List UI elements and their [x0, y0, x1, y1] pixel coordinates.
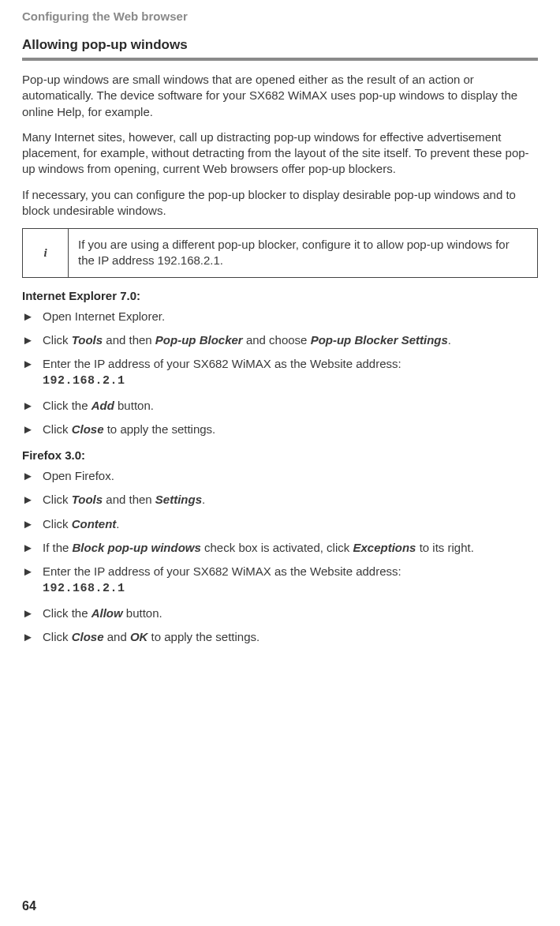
bullet-icon: ► — [22, 332, 34, 348]
step-text: Click — [43, 630, 72, 643]
bullet-icon: ► — [22, 356, 34, 372]
intro-paragraph-1: Pop-up windows are small windows that ar… — [22, 72, 538, 120]
ip-address: 192.168.2.1 — [43, 374, 125, 388]
step-text: and choose — [243, 333, 311, 347]
step-text: Click — [43, 493, 72, 506]
ip-address: 192.168.2.1 — [43, 582, 125, 595]
list-item: ► Click Tools and then Settings. — [22, 492, 538, 508]
info-icon: i — [23, 229, 69, 278]
ui-label: Tools — [72, 333, 103, 347]
list-item: ► Open Internet Explorer. — [22, 309, 538, 324]
list-item: ► Click Close to apply the settings. — [22, 422, 538, 437]
ui-label: Pop-up Blocker — [155, 333, 243, 347]
bullet-icon: ► — [22, 629, 34, 645]
ui-label: Add — [91, 399, 114, 412]
bullet-icon: ► — [22, 605, 34, 621]
list-item: ► Click Tools and then Pop-up Blocker an… — [22, 332, 538, 348]
step-text: Open Internet Explorer. — [43, 309, 165, 323]
ie-heading: Internet Explorer 7.0: — [22, 289, 538, 302]
bullet-icon: ► — [22, 540, 34, 556]
list-item: ► Click the Allow button. — [22, 605, 538, 621]
firefox-heading: Firefox 3.0: — [22, 448, 538, 462]
info-box: i If you are using a different pop-up bl… — [22, 228, 538, 278]
ui-label: Tools — [72, 493, 103, 506]
list-item: ► Click Content. — [22, 516, 538, 532]
step-text: Click the — [43, 606, 91, 620]
ie-steps-list: ► Open Internet Explorer. ► Click Tools … — [22, 309, 538, 438]
step-text: and — [104, 630, 130, 643]
step-text: . — [448, 333, 451, 347]
step-text: Open Firefox. — [43, 469, 114, 482]
bullet-icon: ► — [22, 492, 34, 508]
bullet-icon: ► — [22, 422, 34, 437]
step-text: . — [116, 517, 119, 530]
step-text: Enter the IP address of your SX682 WiMAX… — [43, 357, 401, 370]
list-item: ► Click Close and OK to apply the settin… — [22, 629, 538, 645]
list-item: ► Enter the IP address of your SX682 WiM… — [22, 356, 538, 390]
step-text: Click — [43, 333, 72, 347]
page-number: 64 — [22, 899, 36, 913]
step-text: and then — [103, 493, 155, 506]
bullet-icon: ► — [22, 564, 34, 579]
step-text: button. — [114, 399, 154, 412]
step-text: Click the — [43, 399, 91, 412]
step-text: to apply the settings. — [147, 630, 259, 643]
bullet-icon: ► — [22, 468, 34, 484]
step-text: check box is activated, click — [201, 541, 353, 554]
running-header: Configuring the Web browser — [22, 9, 538, 23]
list-item: ► Enter the IP address of your SX682 WiM… — [22, 564, 538, 598]
list-item: ► Click the Add button. — [22, 398, 538, 414]
step-text: to its right. — [416, 541, 473, 554]
step-text: Click — [43, 517, 72, 530]
ui-label: Pop-up Blocker Settings — [311, 333, 448, 347]
ui-label: Block pop-up windows — [73, 541, 201, 554]
step-text: If the — [43, 541, 73, 554]
step-text: . — [202, 493, 205, 506]
ui-label: Content — [72, 517, 117, 530]
ui-label: Close — [72, 422, 104, 436]
section-rule — [22, 58, 538, 61]
ui-label: Allow — [91, 606, 123, 620]
intro-paragraph-2: Many Internet sites, however, call up di… — [22, 129, 538, 178]
intro-paragraph-3: If necessary, you can configure the pop-… — [22, 187, 538, 219]
step-text: to apply the settings. — [104, 422, 216, 436]
ui-label: OK — [130, 630, 148, 643]
ui-label: Settings — [155, 493, 202, 506]
step-text: Click — [43, 422, 72, 436]
section-title: Allowing pop-up windows — [22, 37, 538, 53]
bullet-icon: ► — [22, 309, 34, 324]
step-text: Enter the IP address of your SX682 WiMAX… — [43, 564, 401, 578]
ui-label: Exceptions — [353, 541, 416, 554]
step-text: button. — [123, 606, 162, 620]
firefox-steps-list: ► Open Firefox. ► Click Tools and then S… — [22, 468, 538, 645]
bullet-icon: ► — [22, 398, 34, 414]
list-item: ► Open Firefox. — [22, 468, 538, 484]
bullet-icon: ► — [22, 516, 34, 532]
ui-label: Close — [72, 630, 104, 643]
step-text: and then — [103, 333, 155, 347]
list-item: ► If the Block pop-up windows check box … — [22, 540, 538, 556]
info-text: If you are using a different pop-up bloc… — [69, 229, 538, 278]
